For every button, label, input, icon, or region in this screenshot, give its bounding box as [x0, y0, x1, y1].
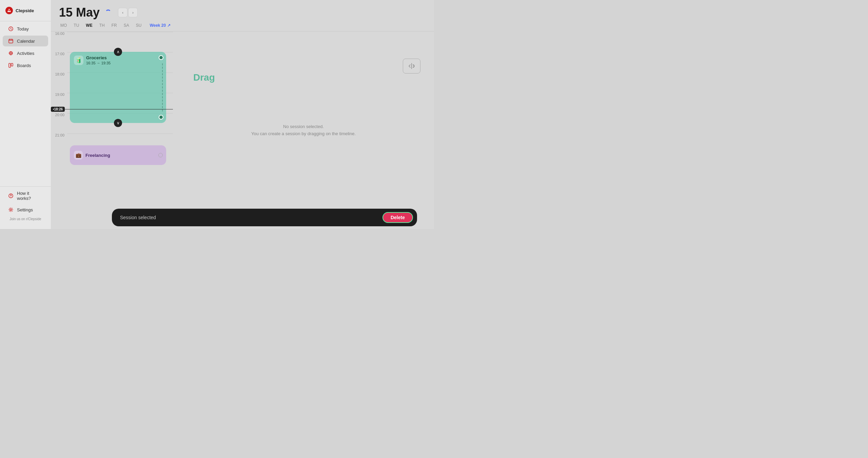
current-time-indicator: •18:26	[51, 107, 173, 112]
main-content: 15 May ‹ › MO TU WE TH FR SA SU Week 20 …	[51, 0, 434, 229]
sidebar-item-settings[interactable]: Settings	[3, 204, 48, 215]
day-sa[interactable]: SA	[122, 22, 131, 28]
next-arrow[interactable]: ›	[128, 8, 138, 17]
app-name: Clepside	[16, 8, 34, 13]
current-time-line	[65, 109, 173, 110]
freelancing-emoji: 💼	[74, 151, 83, 160]
current-date: 15 May	[59, 5, 100, 20]
no-session-line2: You can create a session by dragging on …	[251, 130, 356, 138]
groceries-title: Groceries	[86, 55, 111, 60]
no-session-line1: No session selected.	[251, 123, 356, 130]
groceries-header: 🧃 Groceries 16:35 → 19:35	[74, 55, 162, 65]
freelancing-title: Freelancing	[85, 153, 110, 158]
loading-spinner	[105, 9, 111, 16]
app-logo: Clepside	[0, 4, 51, 20]
sidebar-item-label-settings: Settings	[17, 207, 33, 212]
day-th[interactable]: TH	[98, 22, 106, 28]
sidebar-item-how-it-works[interactable]: How it works?	[3, 188, 48, 204]
bottom-bar: Session selected Delete	[112, 209, 417, 226]
time-line-16	[67, 32, 173, 32]
session-freelancing[interactable]: 💼 Freelancing	[70, 145, 166, 165]
groceries-emoji: 🧃	[74, 56, 83, 65]
week-days-row: MO TU WE TH FR SA SU Week 20 ↗	[59, 22, 426, 28]
drag-label: Drag	[193, 72, 215, 83]
svg-rect-2	[9, 39, 13, 43]
expand-top-btn[interactable]: ∧	[114, 48, 122, 56]
activities-icon	[8, 50, 14, 56]
session-groceries[interactable]: ∧ 🧃 Groceries 16:35 → 19:35 ∨	[70, 52, 166, 123]
move-icon-box	[403, 59, 420, 74]
gear-icon	[8, 207, 14, 212]
day-tu[interactable]: TU	[72, 22, 80, 28]
sidebar-item-label-today: Today	[17, 26, 29, 32]
right-panel: Drag No session selected. You can create…	[173, 32, 434, 229]
sidebar-item-boards[interactable]: Boards	[3, 60, 48, 71]
clock-icon	[8, 26, 14, 32]
calendar-icon	[8, 38, 14, 44]
time-label-19: 19:00	[51, 92, 67, 97]
groceries-info: Groceries 16:35 → 19:35	[86, 55, 111, 65]
sidebar-item-label-boards: Boards	[17, 63, 31, 68]
sidebar-item-calendar[interactable]: Calendar	[3, 36, 48, 46]
svg-point-4	[10, 53, 12, 54]
svg-point-0	[8, 10, 10, 11]
sidebar-item-label-how-it-works: How it works?	[17, 191, 43, 201]
groceries-dot-top	[159, 55, 163, 60]
sidebar-item-label-calendar: Calendar	[17, 39, 35, 44]
calendar-header: 15 May ‹ › MO TU WE TH FR SA SU Week 20 …	[51, 0, 434, 31]
current-time-label: •18:26	[51, 107, 65, 112]
join-text: Join us on r/Clepside	[0, 216, 51, 222]
time-label-20: 20:00	[51, 113, 67, 117]
svg-rect-5	[9, 63, 11, 67]
svg-point-8	[11, 197, 11, 197]
day-fr[interactable]: FR	[110, 22, 118, 28]
sidebar-divider-top	[0, 21, 51, 21]
day-mo[interactable]: MO	[59, 22, 68, 28]
timeline: 16:00 17:00 18:00 19:00 20:00 21:00	[51, 32, 173, 229]
sidebar: Clepside Today Calendar	[0, 0, 51, 229]
svg-rect-6	[11, 63, 13, 66]
question-icon	[8, 193, 14, 199]
day-we[interactable]: WE	[84, 22, 94, 28]
sidebar-item-today[interactable]: Today	[3, 23, 48, 34]
time-line-21	[67, 133, 173, 134]
time-row-16: 16:00	[51, 32, 173, 52]
time-label-17: 17:00	[51, 52, 67, 56]
time-label-21: 21:00	[51, 133, 67, 137]
header-top-row: 15 May ‹ ›	[59, 5, 426, 20]
logo-icon	[5, 7, 13, 14]
sidebar-item-activities[interactable]: Activities	[3, 48, 48, 59]
groceries-time: 16:35 → 19:35	[86, 61, 111, 65]
svg-point-9	[10, 209, 12, 211]
boards-icon	[8, 63, 14, 68]
bottom-bar-text: Session selected	[120, 215, 377, 220]
no-session-text: No session selected. You can create a se…	[251, 123, 356, 138]
groceries-dashed-line	[162, 63, 163, 111]
expand-bottom-btn[interactable]: ∨	[114, 119, 122, 127]
day-su[interactable]: SU	[135, 22, 143, 28]
freelancing-dot	[158, 153, 163, 158]
time-label-16: 16:00	[51, 32, 67, 36]
sidebar-item-label-activities: Activities	[17, 51, 34, 56]
groceries-dot-bottom	[159, 115, 163, 120]
nav-arrows: ‹ ›	[118, 8, 138, 17]
week-link[interactable]: Week 20 ↗	[150, 23, 170, 28]
content-area: 16:00 17:00 18:00 19:00 20:00 21:00	[51, 32, 434, 229]
delete-button[interactable]: Delete	[382, 212, 413, 223]
sidebar-bottom: How it works? Settings Join us on r/Clep…	[0, 185, 51, 225]
sidebar-divider-bottom	[0, 186, 51, 187]
prev-arrow[interactable]: ‹	[118, 8, 127, 17]
time-label-18: 18:00	[51, 72, 67, 76]
